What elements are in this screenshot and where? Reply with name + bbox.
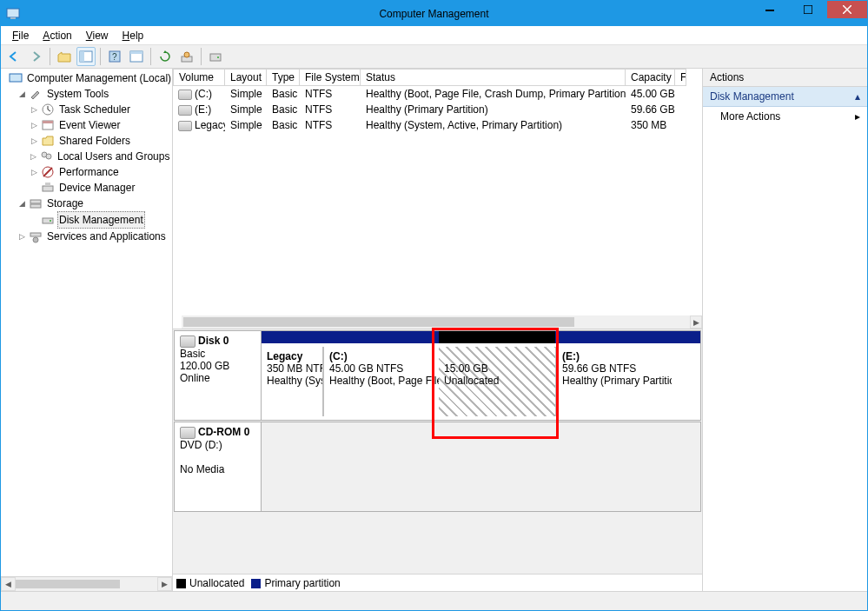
settings-icon-button[interactable] [177, 47, 196, 66]
show-hide-tree-button[interactable] [76, 47, 96, 66]
svg-rect-7 [80, 51, 84, 62]
users-icon [39, 149, 53, 163]
svg-rect-11 [130, 51, 142, 54]
svg-point-15 [217, 56, 219, 58]
storage-icon [29, 196, 43, 210]
scroll-left-icon[interactable]: ◀ [1, 577, 16, 591]
close-button[interactable] [827, 1, 867, 18]
services-icon [29, 229, 43, 243]
tree-root[interactable]: Computer Management (Local) [4, 70, 170, 86]
expand-icon[interactable]: ▷ [30, 149, 36, 164]
submenu-icon: ▸ [855, 110, 860, 123]
partition-cell[interactable]: (E:)59.66 GB NTFSHealthy (Primary Partit… [555, 347, 672, 416]
minimize-button[interactable] [751, 1, 789, 18]
disk-row[interactable]: CD-ROM 0DVD (D:)No Media [174, 422, 701, 512]
scrollbar-thumb[interactable] [16, 580, 120, 588]
svg-text:?: ? [112, 52, 117, 62]
tree-item-device-manager[interactable]: Device Manager [29, 180, 170, 196]
column-header[interactable]: Status [361, 69, 626, 86]
svg-rect-1 [10, 17, 16, 19]
tree-item-task-scheduler[interactable]: ▷Task Scheduler [29, 102, 170, 117]
expand-icon[interactable]: ▷ [30, 164, 38, 180]
disk-list[interactable]: Disk 0Basic120.00 GBOnlineLegacy350 MB N… [173, 329, 702, 574]
view-icon-button[interactable] [127, 47, 146, 66]
svg-rect-16 [10, 74, 22, 82]
volume-grid: VolumeLayoutTypeFile SystemStatusCapacit… [173, 69, 702, 329]
svg-rect-28 [43, 218, 53, 223]
menu-view[interactable]: View [80, 28, 115, 43]
back-button[interactable] [4, 47, 23, 66]
collapse-icon[interactable]: ◢ [18, 86, 26, 102]
partition-cell[interactable]: (C:)45.00 GB NTFSHealthy (Boot, Page Fil… [322, 347, 439, 416]
tools-icon [29, 87, 43, 101]
disk-icon-button[interactable] [206, 47, 225, 66]
nav-tree-panel: Computer Management (Local) ◢ System Too… [1, 69, 173, 591]
svg-rect-2 [765, 10, 774, 11]
column-header[interactable]: Layout [225, 69, 267, 86]
svg-rect-19 [43, 121, 53, 123]
svg-rect-30 [30, 233, 41, 236]
column-header[interactable]: Volume [173, 69, 225, 86]
disk-header[interactable]: CD-ROM 0DVD (D:)No Media [175, 422, 262, 511]
nav-tree[interactable]: Computer Management (Local) ◢ System Too… [1, 69, 172, 576]
table-row[interactable]: LegacySimpleBasicNTFSHealthy (System, Ac… [173, 117, 702, 133]
help-button[interactable]: ? [105, 47, 124, 66]
expand-icon[interactable]: ▷ [18, 229, 26, 244]
tree-storage[interactable]: ◢ Storage [17, 196, 170, 211]
tree-item-local-users[interactable]: ▷Local Users and Groups [29, 149, 170, 164]
refresh-button[interactable] [156, 47, 175, 66]
tree-item-disk-management[interactable]: Disk Management [29, 211, 170, 229]
scroll-right-icon[interactable]: ▶ [157, 577, 172, 591]
tree-item-performance[interactable]: ▷Performance [29, 164, 170, 180]
actions-section[interactable]: Disk Management ▴ [703, 87, 867, 107]
partition-cell[interactable]: Legacy350 MB NTFSHealthy (System, Active… [262, 347, 322, 416]
actions-header: Actions [703, 69, 867, 87]
actions-pane: Actions Disk Management ▴ More Actions ▸ [702, 69, 867, 591]
column-header[interactable]: Capacity [626, 69, 675, 86]
column-header[interactable]: Type [267, 69, 300, 86]
disk-graphic-panel: Disk 0Basic120.00 GBOnlineLegacy350 MB N… [173, 329, 702, 591]
tree-item-shared-folders[interactable]: ▷Shared Folders [29, 133, 170, 149]
column-header[interactable]: File System [300, 69, 361, 86]
toolbar: ? [1, 44, 867, 69]
menu-file[interactable]: File [6, 28, 35, 43]
scroll-right-icon[interactable]: ▶ [690, 315, 702, 329]
svg-rect-26 [30, 200, 41, 203]
disk-header[interactable]: Disk 0Basic120.00 GBOnline [175, 331, 262, 420]
window-frame: Computer Management File Action View Hel… [0, 0, 868, 611]
center-panel: VolumeLayoutTypeFile SystemStatusCapacit… [173, 69, 702, 591]
svg-point-31 [33, 237, 38, 242]
tree-system-tools[interactable]: ◢ System Tools [17, 86, 170, 102]
expand-icon[interactable]: ▷ [30, 117, 38, 133]
column-header[interactable]: F [675, 69, 686, 86]
grid-header: VolumeLayoutTypeFile SystemStatusCapacit… [173, 69, 702, 86]
window-title: Computer Management [379, 8, 488, 20]
disk-row[interactable]: Disk 0Basic120.00 GBOnlineLegacy350 MB N… [174, 330, 701, 421]
menu-action[interactable]: Action [36, 28, 77, 43]
menubar: File Action View Help [1, 26, 867, 44]
titlebar[interactable]: Computer Management [1, 1, 867, 26]
forward-button[interactable] [26, 47, 45, 66]
statusbar [1, 591, 867, 610]
performance-icon [41, 165, 55, 179]
actions-more[interactable]: More Actions ▸ [703, 107, 867, 126]
table-row[interactable]: (E:)SimpleBasicNTFSHealthy (Primary Part… [173, 102, 702, 117]
clock-icon [41, 103, 55, 116]
maximize-button[interactable] [789, 1, 827, 18]
expand-icon[interactable]: ▷ [30, 133, 38, 149]
collapse-up-icon: ▴ [855, 90, 860, 103]
svg-rect-27 [30, 204, 41, 208]
table-row[interactable]: (C:)SimpleBasicNTFSHealthy (Boot, Page F… [173, 86, 702, 102]
scrollbar-thumb[interactable] [183, 317, 574, 327]
tree-item-event-viewer[interactable]: ▷Event Viewer [29, 117, 170, 133]
grid-body[interactable]: (C:)SimpleBasicNTFSHealthy (Boot, Page F… [173, 86, 702, 329]
app-icon [6, 6, 20, 20]
svg-point-29 [50, 220, 51, 222]
tree-services[interactable]: ▷ Services and Applications [17, 229, 170, 244]
nav-hscroll[interactable]: ◀ ▶ [1, 576, 172, 591]
up-button[interactable] [55, 47, 74, 66]
expand-icon[interactable]: ▷ [30, 102, 38, 117]
partition-unallocated[interactable]: 15.00 GBUnallocated [439, 347, 555, 416]
menu-help[interactable]: Help [116, 28, 150, 43]
collapse-icon[interactable]: ◢ [18, 196, 26, 211]
